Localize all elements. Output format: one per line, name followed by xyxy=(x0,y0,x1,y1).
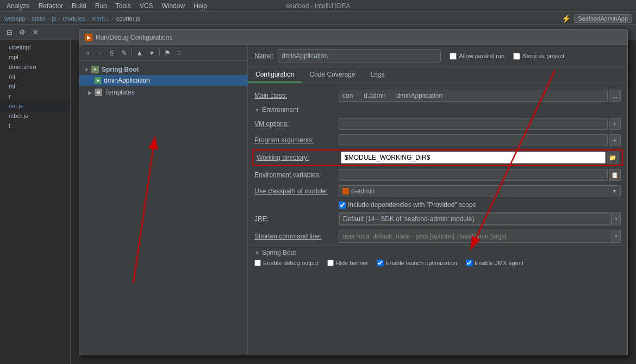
menu-help[interactable]: Help xyxy=(189,1,211,11)
shorten-dropdown-btn[interactable]: ▼ xyxy=(612,230,620,242)
add-config-btn[interactable]: + xyxy=(83,47,93,58)
vm-options-expand-btn[interactable]: + xyxy=(609,118,621,130)
move-up-btn[interactable]: ▲ xyxy=(134,47,145,58)
pin-toolbar-btn[interactable]: ⊟ xyxy=(3,27,15,39)
enable-jmx-agent-checkbox[interactable] xyxy=(466,260,472,266)
breadcrumb-js[interactable]: js xyxy=(52,15,57,22)
breadcrumb-right: ⚡ SeafoodAdminApp xyxy=(562,14,632,23)
menu-refactor[interactable]: Refactor xyxy=(34,1,67,11)
dropdown-btn[interactable]: ▾ xyxy=(146,47,157,58)
sidebar-item-ml2[interactable]: ml xyxy=(0,81,70,91)
menu-analyze[interactable]: Analyze xyxy=(2,1,34,11)
shorten-value[interactable]: user-local default: none - java [options… xyxy=(339,230,612,242)
environment-section-header[interactable]: ▼ Environment xyxy=(248,104,627,116)
breadcrumb-webapp[interactable]: webapp xyxy=(4,15,26,22)
templates-icon: ⚙ xyxy=(95,89,102,96)
dialog-body: + − ⎘ ✎ ▲ ▾ ⚑ ≡ ▼ S Spring Boot xyxy=(79,45,627,355)
jre-label: JRE: xyxy=(254,215,339,223)
main-class-label: Main class: xyxy=(254,92,339,99)
working-dir-input[interactable] xyxy=(341,152,606,164)
main-class-input-group: ... xyxy=(339,90,621,102)
toolbar-separator2 xyxy=(159,48,160,57)
jre-select[interactable]: Default (14 - SDK of 'seafood-admin' mod… xyxy=(339,213,612,225)
tab-configuration[interactable]: Configuration xyxy=(248,67,302,83)
hide-banner-checkbox[interactable] xyxy=(327,260,334,266)
menu-window[interactable]: Window xyxy=(157,1,189,11)
settings-toolbar-btn[interactable]: ⚙ xyxy=(16,27,28,39)
store-as-project-label: Store as project xyxy=(522,53,564,59)
parallel-run-checkbox[interactable] xyxy=(450,53,457,60)
store-as-project-option: Store as project xyxy=(513,53,564,60)
env-vars-input-group: 📋 xyxy=(339,169,621,181)
include-deps-row: Include dependencies with "Provided" sco… xyxy=(248,199,627,210)
working-dir-input-group: 📁 xyxy=(341,152,619,164)
enable-debug-output-checkbox[interactable] xyxy=(254,260,261,266)
copy-config-btn[interactable]: ⎘ xyxy=(107,47,117,58)
edit-config-btn[interactable]: ✎ xyxy=(119,47,129,58)
main-class-input[interactable] xyxy=(339,90,608,102)
working-dir-row: Working directory: 📁 xyxy=(252,149,623,166)
sidebar-item-courier[interactable]: rier.js xyxy=(0,101,70,111)
menu-vcs[interactable]: VCS xyxy=(135,1,158,11)
classpath-value: d-admin xyxy=(351,187,375,195)
parallel-run-option: Allow parallel run xyxy=(450,53,504,60)
admin-application-tree-item[interactable]: ▶ dminApplication xyxy=(79,75,247,86)
parallel-run-label: Allow parallel run xyxy=(459,53,504,59)
dialog-title-text: Run/Debug Configurations xyxy=(96,34,172,41)
menu-build[interactable]: Build xyxy=(67,1,91,11)
app-title: seafood - IntelliJ IDEA xyxy=(286,2,351,10)
dialog-title-bar: ▶ Run/Debug Configurations xyxy=(79,30,627,45)
remove-config-btn[interactable]: − xyxy=(95,47,105,58)
shorten-row: Shorten command line: user-local default… xyxy=(248,228,627,245)
include-deps-checkbox[interactable] xyxy=(339,202,346,209)
sidebar-item-admin-shiro[interactable]: dmin.shiro xyxy=(0,62,70,72)
vm-options-input-group: + xyxy=(339,118,621,130)
name-row: Name: Allow parallel run Store as projec… xyxy=(248,45,627,67)
working-dir-label: Working directory: xyxy=(257,154,341,161)
sidebar-item-mpl[interactable]: mpl xyxy=(0,52,70,62)
sidebar-item-ml1[interactable]: ml xyxy=(0,72,70,81)
program-args-expand-btn[interactable]: + xyxy=(609,134,621,146)
menu-run[interactable]: Run xyxy=(91,1,111,11)
env-vars-expand-btn[interactable]: 📋 xyxy=(609,169,621,181)
breadcrumb-current-file[interactable]: courier.js xyxy=(116,15,140,22)
toolbar-separator xyxy=(132,48,132,57)
spring-boot-checkboxes: Enable debug output Hide banner Enable l… xyxy=(254,260,621,266)
sidebar-item-viceimpl[interactable]: viceImpl xyxy=(0,42,70,52)
enable-launch-optimization-label: Enable launch optimization xyxy=(385,260,457,266)
breadcrumb-mem[interactable]: mem... xyxy=(91,15,110,22)
app-badge[interactable]: SeafoodAdminApp xyxy=(574,14,632,23)
vm-options-input[interactable] xyxy=(339,118,608,130)
breadcrumb-modules[interactable]: modules xyxy=(63,15,85,22)
templates-tree-item[interactable]: ▶ ⚙ Templates xyxy=(79,87,247,98)
sort-btn[interactable]: ≡ xyxy=(174,47,185,58)
enable-launch-optimization-checkbox[interactable] xyxy=(377,260,383,266)
close-toolbar-btn[interactable]: ✕ xyxy=(29,27,41,39)
enable-launch-optimization-item: Enable launch optimization xyxy=(377,260,457,266)
tab-logs[interactable]: Logs xyxy=(363,67,392,83)
name-input[interactable] xyxy=(278,49,441,62)
spring-boot-section-header[interactable]: ▼ Spring Boot xyxy=(254,249,621,256)
menu-tools[interactable]: Tools xyxy=(111,1,135,11)
working-dir-expand-btn[interactable]: 📁 xyxy=(607,152,619,164)
environment-label: Environment xyxy=(262,106,298,114)
main-class-expand-btn[interactable]: ... xyxy=(609,90,621,102)
config-name: dminApplication xyxy=(104,77,150,84)
hide-banner-label: Hide banner xyxy=(336,260,369,266)
sidebar-item-t[interactable]: t xyxy=(0,121,70,130)
env-vars-input[interactable] xyxy=(339,169,608,181)
jre-dropdown-btn[interactable]: ▼ xyxy=(612,213,620,225)
breadcrumb-static[interactable]: static xyxy=(32,15,46,22)
store-as-project-checkbox[interactable] xyxy=(513,53,520,60)
sidebar-item-r[interactable]: r xyxy=(0,91,70,101)
classpath-select[interactable]: d-admin ▼ xyxy=(339,185,621,197)
sidebar-item-mber[interactable]: mber.js xyxy=(0,111,70,121)
classpath-label: Use classpath of module: xyxy=(254,187,339,195)
spring-boot-group-header[interactable]: ▼ S Spring Boot xyxy=(79,64,247,75)
hide-banner-item: Hide banner xyxy=(327,260,369,266)
config-content: Main class: ... ▼ Environment VM options… xyxy=(248,83,627,355)
program-args-input[interactable] xyxy=(339,134,608,146)
flag-btn[interactable]: ⚑ xyxy=(162,47,173,58)
nav-back-icon[interactable]: ⚡ xyxy=(562,14,571,23)
tab-code-coverage[interactable]: Code Coverage xyxy=(302,67,363,83)
